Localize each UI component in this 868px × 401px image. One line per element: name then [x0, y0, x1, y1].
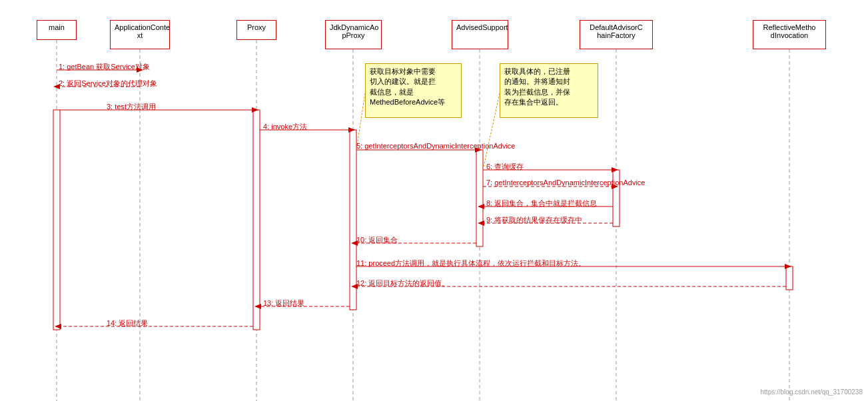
note-advisor: 获取具体的，已注册的通知。并将通知封装为拦截信息，并保存在集合中返回。 [500, 63, 598, 118]
svg-marker-24 [612, 167, 618, 173]
label-a13: 13: 返回结果 [263, 298, 304, 308]
label-a8: 8: 返回集合，集合中就是拦截信息 [486, 199, 597, 208]
svg-marker-40 [55, 324, 61, 329]
svg-marker-38 [254, 304, 261, 309]
label-a6: 6: 查询缓存 [486, 162, 524, 172]
arrows-svg [0, 0, 868, 401]
label-a11: 11: proceed方法调用，就是执行具体流程，依次运行拦截和目标方法。 [356, 258, 586, 268]
label-a7: 7: getInterceptorsAndDynamicInterception… [486, 179, 645, 187]
label-a10: 10: 返回集合 [356, 235, 398, 245]
lifeline-jdkproxy: JdkDynamicAopProxy [325, 20, 382, 49]
svg-rect-9 [350, 130, 356, 310]
svg-marker-28 [478, 204, 484, 209]
svg-rect-7 [53, 110, 60, 330]
label-a12: 12: 返回目标方法的返回值。 [356, 278, 449, 288]
label-a4: 4: invoke方法 [263, 122, 307, 132]
label-a5: 5: getInterceptorsAndDynamicInterception… [356, 142, 515, 150]
svg-rect-8 [253, 110, 260, 330]
svg-rect-10 [476, 150, 483, 246]
sequence-diagram: main ApplicationContext Proxy JdkDynamic… [0, 0, 868, 401]
lifeline-chainfactory: DefaultAdvisorChainFactory [580, 20, 653, 49]
lifeline-main: main [37, 20, 77, 40]
label-a9: 9: 将获取的结果保存在缓存中 [486, 215, 582, 225]
svg-marker-30 [478, 220, 484, 226]
lifeline-advisedsupport: AdvisedSupport [452, 20, 508, 49]
svg-marker-18 [252, 107, 258, 113]
watermark: https://blog.csdn.net/qq_31700238 [761, 388, 863, 396]
lifeline-appctx: ApplicationContext [110, 20, 170, 49]
lifeline-proxy: Proxy [236, 20, 276, 40]
lifeline-reflective: ReflectiveMethоdInvocation [753, 20, 826, 49]
svg-marker-20 [348, 127, 355, 133]
label-a1: 1: getBean 获取Service对象 [59, 62, 150, 72]
label-a14: 14: 返回结果 [107, 318, 148, 328]
note-interceptors: 获取目标对象中需要切入的建议。就是拦截信息，就是MethedBeforeAdvi… [365, 63, 462, 118]
svg-rect-12 [786, 266, 793, 290]
label-a3: 3: test方法调用 [107, 102, 156, 112]
svg-marker-34 [785, 264, 791, 269]
svg-line-42 [483, 93, 500, 170]
label-a2: 2: 返回Service对象的代理对象 [59, 79, 157, 89]
